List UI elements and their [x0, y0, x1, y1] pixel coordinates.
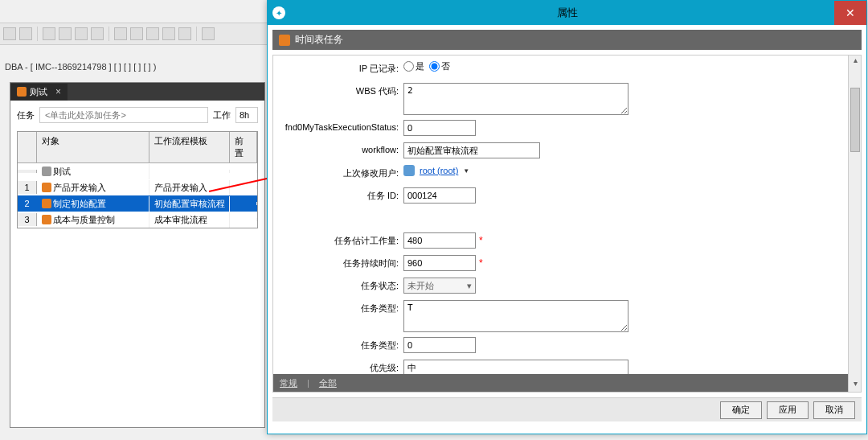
tb-icon[interactable]: [75, 27, 88, 40]
row-status: 任务状态: 未开始▾: [278, 278, 845, 295]
tb-icon[interactable]: [202, 27, 215, 40]
table-row[interactable]: 3 成本与质量控制 成本审批流程: [18, 212, 257, 228]
status-bar: DBA - [ IMC--1869214798 ] [ ] [ ] [ ] [ …: [0, 60, 269, 78]
col-template[interactable]: 工作流程模板: [149, 132, 230, 162]
chevron-down-icon[interactable]: ▼: [463, 167, 469, 175]
dialog-buttons: 确定 应用 取消: [272, 397, 862, 421]
row-tpl: 初始配置审核流程: [149, 196, 230, 212]
row-exec-status: fnd0MyTaskExecutionStatus:: [278, 120, 845, 138]
row-duration: 任务持续时间: *: [278, 255, 845, 273]
label: fnd0MyTaskExecutionStatus:: [278, 120, 403, 132]
separator: [37, 27, 38, 41]
row-pre: [230, 170, 257, 173]
required-mark: *: [479, 257, 483, 269]
apply-button[interactable]: 应用: [767, 401, 809, 419]
scroll-down-icon[interactable]: ▾: [849, 379, 862, 392]
wbs-input[interactable]: [403, 83, 628, 115]
grid-header: 对象 工作流程模板 前置: [18, 132, 257, 163]
status-select[interactable]: 未开始▾: [403, 278, 476, 294]
tb-icon[interactable]: [114, 27, 127, 40]
exec-status-input[interactable]: [403, 120, 476, 136]
row-pre: [230, 218, 257, 221]
tb-icon[interactable]: [3, 27, 16, 40]
row-tpl: [149, 170, 230, 173]
label: IP 已记录:: [278, 60, 403, 75]
row-last-user: 上次修改用户: root (root) ▼: [278, 165, 845, 183]
row-workflow: workflow:: [278, 142, 845, 160]
row-task-id: 任务 ID:: [278, 187, 845, 205]
workflow-input[interactable]: [403, 142, 540, 158]
tb-icon[interactable]: [178, 27, 191, 40]
task-icon: [42, 183, 51, 192]
cancel-button[interactable]: 取消: [813, 401, 855, 419]
dialog-titlebar[interactable]: ✦ 属性 ✕: [268, 1, 866, 25]
tb-icon[interactable]: [146, 27, 159, 40]
label: 任务状态:: [278, 278, 403, 292]
type2-input[interactable]: [403, 337, 476, 353]
separator: |: [307, 378, 309, 388]
task-grid: 对象 工作流程模板 前置 则试 1 产品开发输入 产品开发输入: [17, 131, 258, 228]
main-window: DBA - [ IMC--1869214798 ] [ ] [ ] [ ] [ …: [0, 0, 868, 440]
properties-dialog: ✦ 属性 ✕ 时间表任务 IP 已记录: 是 否 WBS 代码:: [267, 0, 867, 434]
section-title: 时间表任务: [295, 33, 343, 47]
duration-input[interactable]: [403, 255, 476, 271]
type1-input[interactable]: [403, 300, 628, 332]
row-pre: [230, 202, 257, 205]
separator: [196, 27, 197, 41]
row-type1: 任务类型:: [278, 300, 845, 332]
label: 任务类型:: [278, 337, 403, 352]
tb-icon[interactable]: [43, 27, 55, 40]
table-row-root[interactable]: 则试: [18, 163, 257, 179]
row-num: 1: [18, 181, 37, 194]
row-num: 3: [18, 213, 37, 226]
tb-icon[interactable]: [91, 27, 104, 40]
section-header[interactable]: 时间表任务: [272, 30, 862, 50]
user-icon: [403, 165, 415, 176]
table-row[interactable]: 1 产品开发输入 产品开发输入: [18, 179, 257, 195]
row-obj: 则试: [37, 164, 149, 179]
task-id-input[interactable]: [403, 187, 476, 204]
filter-row: 任务 工作: [17, 107, 258, 123]
tab-test[interactable]: 则试 ×: [10, 84, 68, 101]
tb-icon[interactable]: [19, 27, 32, 40]
col-object[interactable]: 对象: [37, 132, 149, 162]
label: 任务类型:: [278, 300, 403, 315]
label: WBS 代码:: [278, 83, 403, 97]
dialog-icon: ✦: [272, 6, 285, 19]
row-obj: 成本与质量控制: [37, 212, 149, 228]
tb-icon[interactable]: [130, 27, 143, 40]
radio-yes[interactable]: 是: [403, 60, 424, 72]
scrollbar[interactable]: ▴ ▾: [848, 56, 861, 392]
toolbar: [0, 23, 269, 45]
row-obj: 产品开发输入: [37, 180, 149, 195]
table-row-selected[interactable]: 2 制定初始配置 初始配置审核流程: [18, 195, 257, 212]
label: 任务持续时间:: [278, 255, 403, 269]
user-link[interactable]: root (root): [420, 166, 458, 175]
tab-strip: 则试 ×: [10, 83, 264, 101]
tb-icon[interactable]: [59, 27, 72, 40]
task-label: 任务: [17, 109, 35, 121]
tb-icon[interactable]: [162, 27, 175, 40]
work-input[interactable]: [235, 107, 258, 123]
tab-icon: [17, 87, 27, 97]
est-work-input[interactable]: [403, 232, 476, 249]
label: 优先级:: [278, 360, 403, 374]
close-button[interactable]: ✕: [834, 1, 866, 25]
label: 任务 ID:: [278, 187, 403, 202]
col-num: [18, 132, 37, 162]
separator: [108, 27, 109, 41]
task-input[interactable]: [39, 107, 208, 123]
row-wbs: WBS 代码:: [278, 83, 845, 115]
scroll-up-icon[interactable]: ▴: [849, 56, 862, 68]
tab-general[interactable]: 常规: [280, 377, 297, 389]
close-icon[interactable]: ×: [55, 86, 61, 97]
row-tpl: 产品开发输入: [149, 180, 230, 195]
tab-all[interactable]: 全部: [319, 377, 337, 389]
ok-button[interactable]: 确定: [720, 401, 762, 419]
label: workflow:: [278, 142, 403, 154]
row-pre: [230, 186, 257, 189]
scroll-thumb[interactable]: [850, 88, 860, 152]
col-pre[interactable]: 前置: [230, 132, 257, 162]
radio-no[interactable]: 否: [429, 60, 450, 72]
label: 上次修改用户:: [278, 165, 403, 179]
